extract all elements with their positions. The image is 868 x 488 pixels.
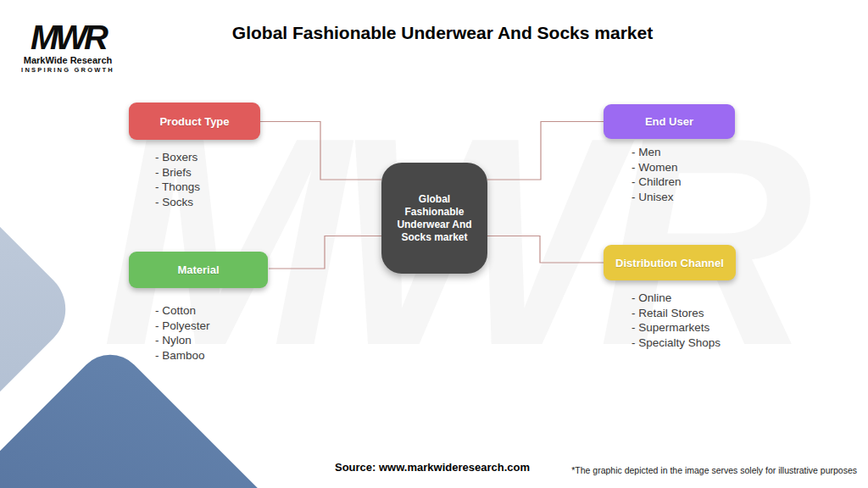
infographic-canvas: MWR MWR MarkWide Research INSPIRING GROW…	[0, 0, 868, 488]
end-user-item-list: - Men - Women - Children - Unisex	[632, 145, 682, 204]
node-material-label: Material	[129, 252, 268, 288]
list-item: - Socks	[155, 195, 200, 210]
node-end-user-label: End User	[604, 104, 735, 139]
node-product-type: Product Type	[129, 103, 260, 140]
list-item: - Cotton	[155, 303, 210, 319]
node-end-user: End User	[604, 104, 735, 139]
list-item: - Specialty Shops	[632, 336, 721, 351]
node-distribution-channel: Distribution Channel	[604, 245, 736, 280]
list-item: - Unisex	[632, 190, 682, 205]
list-item: - Supermarkets	[632, 320, 721, 336]
list-item: - Children	[632, 175, 682, 190]
source-attribution: Source: www.markwideresearch.com	[335, 461, 530, 474]
list-item: - Thongs	[155, 180, 200, 195]
disclaimer-note: *The graphic depicted in the image serve…	[571, 465, 857, 475]
list-item: - Online	[632, 291, 721, 306]
list-item: - Men	[632, 145, 682, 160]
node-distribution-channel-label: Distribution Channel	[604, 245, 736, 280]
list-item: - Briefs	[155, 165, 200, 180]
list-item: - Retail Stores	[632, 306, 721, 321]
material-item-list: - Cotton - Polyester - Nylon - Bamboo	[155, 303, 210, 363]
product-type-item-list: - Boxers - Briefs - Thongs - Socks	[155, 150, 200, 209]
connector-product-type	[260, 122, 381, 180]
list-item: - Boxers	[155, 150, 200, 165]
center-node-market: Global Fashionable Underwear And Socks m…	[381, 163, 487, 274]
list-item: - Nylon	[155, 333, 210, 348]
node-material: Material	[129, 252, 268, 288]
list-item: - Women	[632, 160, 682, 175]
connector-distribution-channel	[487, 236, 604, 263]
list-item: - Bamboo	[155, 348, 210, 363]
node-product-type-label: Product Type	[129, 103, 260, 140]
connector-end-user	[487, 122, 604, 180]
connector-material	[269, 236, 381, 269]
list-item: - Polyester	[155, 319, 210, 334]
distribution-channel-item-list: - Online - Retail Stores - Supermarkets …	[632, 291, 721, 350]
center-node-label: Global Fashionable Underwear And Socks m…	[381, 193, 487, 244]
